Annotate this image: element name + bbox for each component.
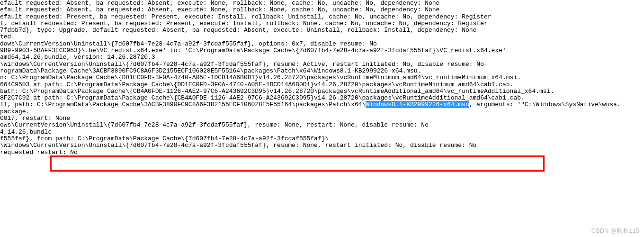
log-line: \Windows\CurrentVersion\Uninstall\{7d607… <box>0 142 644 149</box>
log-line: package. <box>0 109 644 115</box>
log-line: 664C9503 at path: C:\ProgramData\Package… <box>0 82 644 88</box>
log-text-suffix: , arguments: '"C:\Windows\SysNative\wusa… <box>469 101 621 108</box>
log-line: \Windows\CurrentVersion\Uninstall\{7d607… <box>0 61 644 68</box>
log-line: t, default requested: Present, ba reques… <box>0 20 644 27</box>
log-output: efault requested: Absent, ba requested: … <box>0 0 644 156</box>
log-line: 8F2C7C92 at path: C:\ProgramData\Package… <box>0 95 644 101</box>
watermark-text: CSDN @舰长115 <box>591 228 639 234</box>
log-line: n: C:\ProgramData\Package Cache\{DD1EC0F… <box>0 74 644 81</box>
log-line: rogramData\Package Cache\3ACBF3890FC9C8A… <box>0 68 644 74</box>
log-line: bath: C:\ProgramData\Package Cache\{CB4A… <box>0 88 644 95</box>
log-line-highlighted[interactable]: ll, path: C:\ProgramData\Package Cache\3… <box>0 101 644 108</box>
log-line: 0017, restart: None <box>0 115 644 122</box>
log-line: 9B9-9903-5BAFF3ECC953}\.be\VC_redist.x64… <box>0 47 644 54</box>
log-line: ows\CurrentVersion\Uninstall\{7d607fb4-7… <box>0 122 644 128</box>
log-line: amd64,14.26,bundle, version: 14.26.28720… <box>0 54 644 61</box>
log-line: dows\CurrentVersion\Uninstall\{7d607fb4-… <box>0 41 644 47</box>
log-line: requested restart: No <box>0 149 644 156</box>
annotation-box <box>50 155 545 172</box>
log-line: efault requested: Absent, ba requested: … <box>0 7 644 13</box>
log-line: f555faf}, from path: C:\ProgramData\Pack… <box>0 136 644 142</box>
log-line: ted. <box>0 34 644 40</box>
log-line: 7fdbb7d}, type: Upgrade, default request… <box>0 27 644 34</box>
selected-text[interactable]: Windows8.1-KB2999226-x64.msu <box>366 101 469 108</box>
log-line: 4,14.26,bundle <box>0 129 644 136</box>
log-line: efault requested: Present, ba requested:… <box>0 14 644 20</box>
log-line: efault requested: Absent, ba requested: … <box>0 0 644 7</box>
log-text-prefix: ll, path: C:\ProgramData\Package Cache\3… <box>0 101 366 108</box>
